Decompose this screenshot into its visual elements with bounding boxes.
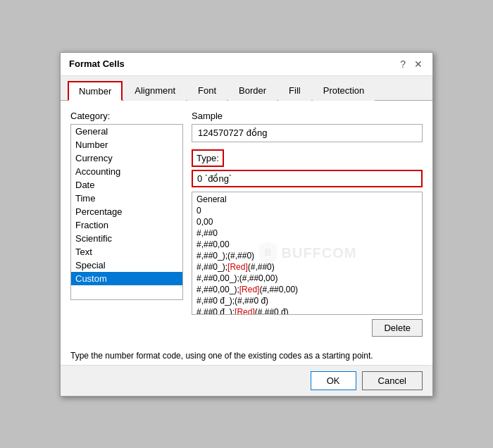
format-item-3[interactable]: #,##0,00_);(#,##0,00): [192, 273, 422, 284]
category-item-fraction[interactable]: Fraction: [71, 218, 182, 232]
category-panel: Category: General Number Currency Accoun…: [70, 111, 183, 337]
category-item-scientific[interactable]: Scientific: [71, 232, 182, 245]
dialog-body: Category: General Number Currency Accoun…: [61, 101, 432, 344]
help-button[interactable]: ?: [399, 58, 407, 70]
dialog-footer: OK Cancel: [61, 365, 432, 396]
content-row: Category: General Number Currency Accoun…: [70, 111, 423, 337]
category-item-general[interactable]: General: [71, 125, 182, 138]
sample-value: 124570727 đồng: [192, 124, 423, 142]
format-item-hash##000[interactable]: #,##0,00: [192, 239, 422, 250]
category-item-date[interactable]: Date: [71, 178, 182, 192]
format-item-1[interactable]: #,##0_);(#,##0): [192, 250, 422, 261]
title-bar: Format Cells ? ✕: [61, 53, 432, 76]
sample-label: Sample: [192, 111, 423, 121]
format-list: General 0 0,00 #,##0 #,##0,00 #,##0_);(#…: [192, 192, 422, 315]
tab-protection[interactable]: Protection: [313, 81, 375, 101]
format-item-0[interactable]: 0: [192, 205, 422, 216]
category-item-accounting[interactable]: Accounting: [71, 165, 182, 178]
format-list-container[interactable]: B BUFFCOM General 0 0,00 #,##0 #,##0,00 …: [192, 192, 423, 315]
delete-btn-row: Delete: [192, 319, 423, 337]
format-item-6[interactable]: #,##0 đ_);[Red](#,##0 đ): [192, 306, 422, 315]
ok-button[interactable]: OK: [311, 371, 356, 390]
type-input[interactable]: [192, 170, 423, 187]
format-item-0comma00[interactable]: 0,00: [192, 216, 422, 228]
right-panel: Sample 124570727 đồng Type: B: [192, 111, 423, 337]
category-item-time[interactable]: Time: [71, 192, 182, 205]
tab-fill[interactable]: Fill: [278, 81, 311, 101]
category-item-custom[interactable]: Custom: [71, 272, 182, 285]
tab-border[interactable]: Border: [228, 81, 277, 101]
footer-text: Type the number format code, using one o…: [61, 344, 432, 365]
tab-font[interactable]: Font: [187, 81, 227, 101]
title-bar-controls: ? ✕: [399, 58, 424, 70]
tab-alignment[interactable]: Alignment: [124, 81, 186, 101]
type-label: Type:: [196, 153, 219, 163]
category-item-number[interactable]: Number: [71, 138, 182, 151]
type-label-box: Type:: [192, 149, 224, 167]
format-cells-dialog: Format Cells ? ✕ Number Alignment Font B…: [60, 52, 433, 397]
category-item-currency[interactable]: Currency: [71, 151, 182, 165]
category-list[interactable]: General Number Currency Accounting Date …: [70, 124, 183, 300]
category-label: Category:: [70, 111, 183, 121]
format-item-hash##0[interactable]: #,##0: [192, 228, 422, 239]
category-item-percentage[interactable]: Percentage: [71, 205, 182, 218]
tab-number[interactable]: Number: [68, 81, 123, 101]
cancel-button[interactable]: Cancel: [362, 371, 423, 390]
dialog-title: Format Cells: [69, 58, 125, 69]
category-item-text[interactable]: Text: [71, 245, 182, 259]
tabs-bar: Number Alignment Font Border Fill Protec…: [61, 76, 432, 101]
format-item-general[interactable]: General: [192, 194, 422, 205]
format-item-2[interactable]: #,##0_);[Red](#,##0): [192, 261, 422, 273]
format-item-4[interactable]: #,##0,00_);[Red](#,##0,00): [192, 284, 422, 295]
close-button[interactable]: ✕: [413, 58, 424, 70]
category-item-special[interactable]: Special: [71, 259, 182, 272]
delete-button[interactable]: Delete: [372, 319, 423, 337]
format-item-5[interactable]: #,##0 đ_);(#,##0 đ): [192, 295, 422, 306]
